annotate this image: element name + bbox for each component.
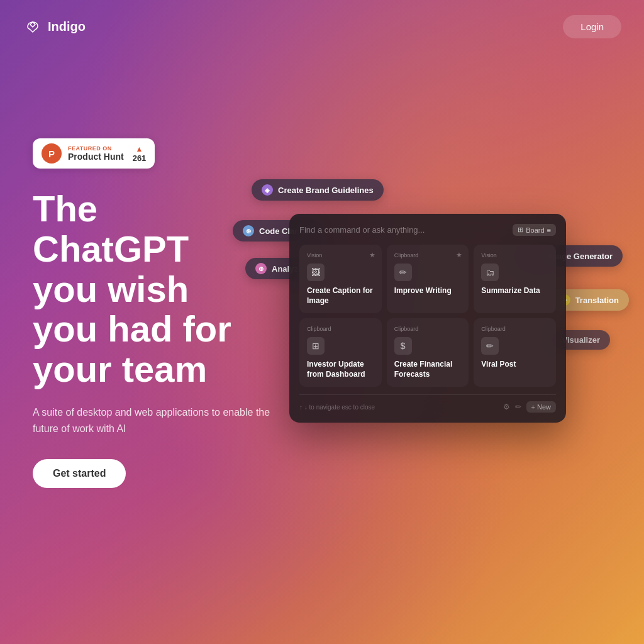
- cmd-title-1: Create Caption for Image: [307, 286, 374, 306]
- title-line-2: ChatGPT: [33, 228, 189, 269]
- cmd-title-6: Viral Post: [481, 360, 548, 370]
- commands-grid: Vision 🖼 Create Caption for Image ★ Clip…: [299, 245, 556, 387]
- ph-featured-label: FEATURED ON: [68, 145, 124, 152]
- ui-mockup: ◈ Create Brand Guidelines ⊛ Code Clarifi…: [289, 214, 566, 423]
- cmd-label-3: Vision: [481, 252, 548, 258]
- login-button[interactable]: Login: [563, 15, 621, 38]
- hero-section: P FEATURED ON Product Hunt ▲ 261 The Cha…: [33, 138, 272, 488]
- footer-actions: ⚙ ✏ + New: [503, 401, 557, 413]
- cmd-icon-4: ⊞: [307, 337, 325, 355]
- cmd-card-caption[interactable]: Vision 🖼 Create Caption for Image ★: [299, 245, 382, 313]
- ph-logo: P: [42, 143, 62, 164]
- palette-footer: ↑ ↓ to navigate esc to close ⚙ ✏ + New: [299, 394, 556, 413]
- cmd-icon-2: ✏: [394, 264, 412, 281]
- cmd-star-2: ★: [456, 251, 462, 259]
- header: Indigo Login: [0, 0, 644, 53]
- ph-arrow-icon: ▲: [136, 145, 143, 153]
- ph-vote-count: 261: [133, 153, 147, 163]
- title-line-3: you wish: [33, 269, 189, 309]
- board-tag: ⊞ Board ≡: [513, 224, 556, 236]
- cmd-card-financial[interactable]: Clipboard $ Create Financial Forecasts: [387, 318, 469, 387]
- board-icon: ⊞: [518, 226, 523, 234]
- cmd-label-4: Clipboard: [307, 326, 374, 332]
- logo-icon: [23, 17, 43, 37]
- cmd-label-2: Clipboard: [394, 252, 462, 258]
- ph-votes: ▲ 261: [133, 145, 147, 163]
- brand-name: Indigo: [48, 19, 86, 34]
- cmd-label-5: Clipboard: [394, 326, 462, 332]
- edit-icon[interactable]: ✏: [515, 402, 521, 411]
- cmd-label-1: Vision: [307, 252, 374, 258]
- cmd-title-2: Improve Writing: [394, 286, 462, 296]
- cmd-card-writing[interactable]: Clipboard ✏ Improve Writing ★: [387, 245, 469, 313]
- title-line-5: your team: [33, 348, 207, 389]
- cmd-icon-5: $: [394, 337, 412, 355]
- cmd-title-5: Create Financial Forecasts: [394, 360, 462, 379]
- title-line-4: you had for: [33, 308, 231, 349]
- cmd-card-viral[interactable]: Clipboard ✏ Viral Post: [474, 318, 556, 387]
- title-line-1: The: [33, 188, 97, 229]
- footer-nav-hint: ↑ ↓ to navigate esc to close: [299, 404, 375, 411]
- get-started-button[interactable]: Get started: [33, 459, 126, 488]
- settings-icon[interactable]: ⚙: [503, 402, 510, 411]
- command-palette: Find a command or ask anything... ⊞ Boar…: [289, 214, 566, 423]
- cmd-title-4: Investor Update from Dashboard: [307, 360, 374, 379]
- new-button[interactable]: + New: [526, 401, 557, 413]
- hero-subtitle: A suite of desktop and web applications …: [33, 404, 272, 436]
- cmd-icon-3: 🗂: [481, 264, 499, 281]
- logo: Indigo: [23, 17, 86, 37]
- product-hunt-badge[interactable]: P FEATURED ON Product Hunt ▲ 261: [33, 138, 155, 169]
- cmd-icon-6: ✏: [481, 337, 499, 355]
- ph-text: FEATURED ON Product Hunt: [68, 145, 124, 162]
- cmd-label-6: Clipboard: [481, 326, 548, 332]
- board-menu-icon: ≡: [547, 226, 551, 234]
- cmd-icon-1: 🖼: [307, 264, 325, 281]
- hero-title: The ChatGPT you wish you had for your te…: [33, 189, 272, 389]
- ph-product-name: Product Hunt: [68, 152, 124, 162]
- search-bar: Find a command or ask anything... ⊞ Boar…: [299, 224, 556, 236]
- cmd-card-investor[interactable]: Clipboard ⊞ Investor Update from Dashboa…: [299, 318, 382, 387]
- cmd-star-1: ★: [369, 251, 375, 259]
- search-placeholder[interactable]: Find a command or ask anything...: [299, 225, 425, 235]
- cmd-card-summarize[interactable]: Vision 🗂 Summarize Data: [474, 245, 556, 313]
- cmd-title-3: Summarize Data: [481, 286, 548, 296]
